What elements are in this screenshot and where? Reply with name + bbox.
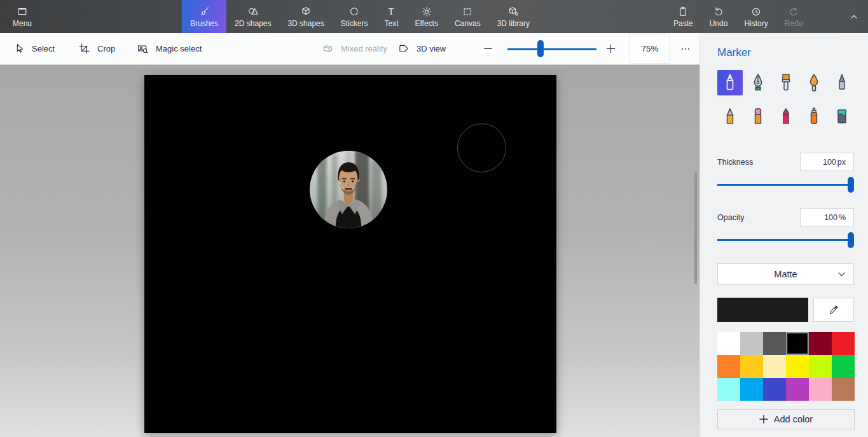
zoom-in-button[interactable]	[604, 33, 617, 64]
mixed-reality-button[interactable]: Mixed reality	[321, 33, 387, 64]
undo-button[interactable]: Undo	[701, 0, 736, 33]
color-swatch-brown[interactable]	[832, 378, 855, 401]
tab-label: 3D library	[497, 19, 530, 28]
color-swatch-purple[interactable]	[786, 378, 809, 401]
color-swatch-black[interactable]	[786, 332, 809, 355]
tab-stickers[interactable]: Stickers	[333, 0, 376, 33]
tab-canvas[interactable]: Canvas	[446, 0, 489, 33]
select-label: Select	[32, 44, 55, 53]
portrait-photo-object[interactable]	[310, 151, 387, 228]
brush-tool-pixel-pen[interactable]	[829, 70, 855, 95]
tab-effects[interactable]: Effects	[406, 0, 446, 33]
marker-icon	[721, 73, 739, 93]
color-swatch-yellow[interactable]	[786, 355, 809, 378]
chevron-down-icon	[838, 272, 845, 277]
tab-label: Canvas	[455, 19, 481, 28]
tab-brushes[interactable]: Brushes	[182, 0, 226, 33]
thickness-unit: px	[837, 158, 846, 167]
cube-sphere-icon	[507, 5, 520, 18]
brush-tool-calligraphy-pen[interactable]	[745, 70, 771, 95]
zoom-slider-track[interactable]	[507, 48, 596, 50]
brush-tool-pencil[interactable]	[717, 104, 743, 129]
brush-tool-fill-bucket[interactable]	[829, 104, 855, 129]
thickness-slider[interactable]	[717, 177, 854, 193]
current-color-swatch[interactable]	[717, 298, 808, 322]
fill-bucket-icon	[833, 106, 851, 127]
tab-text[interactable]: T Text	[376, 0, 406, 33]
tab-3d-shapes[interactable]: 3D shapes	[279, 0, 332, 33]
ellipsis-icon	[679, 43, 692, 55]
tool-options-bar: Select Crop Magic select Mixed reality 3…	[0, 33, 699, 65]
magic-select-button[interactable]: Magic select	[136, 33, 202, 64]
color-swatch-cyan-blue[interactable]	[740, 378, 763, 401]
brush-tool-spray-can[interactable]	[801, 104, 827, 129]
brush-tool-eraser[interactable]	[745, 104, 771, 129]
pencil-icon	[721, 106, 739, 127]
magic-select-icon	[136, 42, 149, 55]
cube-icon	[300, 5, 312, 18]
color-swatch-aqua[interactable]	[717, 378, 740, 401]
finish-dropdown[interactable]: Matte	[717, 263, 854, 285]
color-swatch-blue[interactable]	[763, 378, 786, 401]
thickness-slider-track[interactable]	[717, 184, 854, 186]
color-swatch-orange[interactable]	[717, 355, 740, 378]
top-ribbon: Menu Brushes 2D shapes 3D shapes Sticker…	[0, 0, 868, 33]
brush-tool-oil-brush[interactable]	[773, 70, 799, 95]
tab-label: Brushes	[190, 19, 218, 28]
more-options-button[interactable]	[676, 33, 695, 64]
circle-outline-object[interactable]	[457, 123, 506, 172]
brush-tools-grid	[717, 70, 854, 129]
thickness-slider-thumb[interactable]	[848, 177, 854, 193]
color-swatch-dark-red[interactable]	[809, 332, 832, 355]
text-icon: T	[385, 5, 397, 18]
tab-label: 3D shapes	[287, 19, 324, 28]
opacity-slider-thumb[interactable]	[848, 232, 854, 248]
opacity-input[interactable]: 100%	[800, 208, 854, 226]
add-color-button[interactable]: Add color	[717, 409, 855, 429]
color-palette	[717, 332, 854, 401]
color-swatch-pink[interactable]	[809, 378, 832, 401]
history-button[interactable]: History	[736, 0, 776, 33]
mixed-reality-icon	[321, 42, 334, 55]
brush-tool-watercolor[interactable]	[801, 70, 827, 95]
thickness-input[interactable]: 100px	[800, 153, 854, 171]
zoom-percent-display[interactable]: 75%	[630, 34, 670, 64]
crop-button[interactable]: Crop	[78, 33, 115, 64]
tab-3d-library[interactable]: 3D library	[489, 0, 538, 33]
zoom-out-button[interactable]	[481, 33, 495, 64]
calligraphy-pen-icon	[749, 73, 767, 93]
menu-label: Menu	[13, 19, 32, 28]
eyedropper-button[interactable]	[813, 298, 854, 322]
color-swatch-light-gray[interactable]	[740, 332, 763, 355]
color-swatch-dark-gray[interactable]	[763, 332, 786, 355]
crop-icon	[78, 42, 91, 55]
3d-view-button[interactable]: 3D view	[397, 33, 446, 64]
color-swatch-red[interactable]	[832, 332, 855, 355]
color-swatch-amber[interactable]	[740, 355, 763, 378]
workspace-scrollbar-thumb[interactable]	[694, 172, 697, 284]
tab-label: 2D shapes	[235, 19, 271, 28]
drawing-canvas[interactable]	[144, 75, 556, 433]
brush-tool-marker[interactable]	[717, 70, 743, 95]
color-swatch-green[interactable]	[832, 355, 855, 378]
thickness-value: 100	[823, 158, 836, 167]
sun-icon	[420, 5, 433, 18]
opacity-slider[interactable]	[717, 232, 854, 248]
collapse-ribbon-button[interactable]	[843, 0, 865, 33]
color-swatch-cream[interactable]	[763, 355, 786, 378]
color-swatch-white[interactable]	[717, 332, 740, 355]
color-swatch-yellow-green[interactable]	[809, 355, 832, 378]
folder-icon	[16, 5, 29, 18]
select-button[interactable]: Select	[12, 33, 55, 64]
menu-button[interactable]: Menu	[4, 0, 40, 33]
opacity-slider-track[interactable]	[717, 239, 854, 241]
redo-button[interactable]: Redo	[776, 0, 811, 33]
opacity-unit: %	[839, 213, 846, 222]
action-label: Undo	[710, 19, 728, 28]
tab-2d-shapes[interactable]: 2D shapes	[226, 0, 279, 33]
zoom-slider-thumb[interactable]	[537, 40, 544, 57]
paste-button[interactable]: Paste	[665, 0, 701, 33]
history-clock-icon	[750, 5, 762, 18]
minus-icon	[481, 42, 495, 55]
brush-tool-crayon[interactable]	[773, 104, 799, 129]
